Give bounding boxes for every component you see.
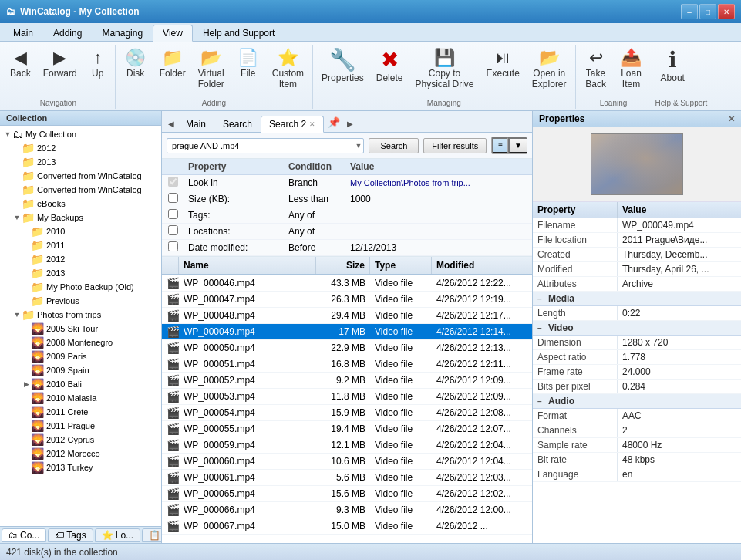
status-bar: 421 disk(s) in the collection <box>0 543 741 560</box>
search-tab-main[interactable]: Main <box>177 116 214 132</box>
file-row[interactable]: 🎬 WP_000067.mp4 15.0 MB Video file 4/26/… <box>162 518 532 535</box>
tree-item-2010-malasia[interactable]: 🌄 2010 Malasia <box>2 391 160 405</box>
ribbon-tab-main[interactable]: Main <box>3 25 43 41</box>
tree-item-previous[interactable]: 📁 Previous <box>2 294 160 308</box>
tree-item-2012b[interactable]: 📁 2012 <box>2 252 160 266</box>
close-button[interactable]: ✕ <box>718 4 735 19</box>
forward-button[interactable]: ▶ Forward <box>38 46 83 82</box>
file-row[interactable]: 🎬 WP_000060.mp4 10.6 MB Video file 4/26/… <box>162 454 532 470</box>
file-row[interactable]: 🎬 WP_000059.mp4 12.1 MB Video file 4/26/… <box>162 437 532 454</box>
open-in-explorer-button[interactable]: 📂 Open inExplorer <box>527 46 572 93</box>
execute-button[interactable]: ⏯ Execute <box>481 46 525 82</box>
file-row[interactable]: 🎬 WP_000066.mp4 9.3 MB Video file 4/26/2… <box>162 502 532 518</box>
file-row-size: 9.3 MB <box>316 503 370 517</box>
bottom-tab-co2[interactable]: 📋 Co... <box>142 528 161 542</box>
file-row[interactable]: 🎬 WP_000048.mp4 29.4 MB Video file 4/26/… <box>162 308 532 324</box>
take-back-button[interactable]: ↩ TakeBack <box>579 46 613 93</box>
search-button[interactable]: Search <box>369 138 419 153</box>
tree-item-photos-from-trips[interactable]: ▼ 📁 Photos from trips <box>2 308 160 322</box>
col-header-modified[interactable]: Modified <box>432 257 532 274</box>
tree-item-2013-turkey[interactable]: 🌄 2013 Turkey <box>2 460 160 474</box>
search-dropdown-arrow[interactable]: ▼ <box>355 142 362 150</box>
custom-item-button[interactable]: ⭐ CustomItem <box>267 46 309 93</box>
file-row[interactable]: 🎬 WP_000049.mp4 17 MB Video file 4/26/20… <box>162 324 532 340</box>
tree-item-2012-cyprus[interactable]: 🌄 2012 Cyprus <box>2 433 160 447</box>
tree-item-2009-spain[interactable]: 🌄 2009 Spain <box>2 363 160 377</box>
bottom-tab-co1[interactable]: 🗂 Co... <box>2 528 46 542</box>
file-row[interactable]: 🎬 WP_000047.mp4 26.3 MB Video file 4/26/… <box>162 292 532 308</box>
tree-item-2013b[interactable]: 📁 2013 <box>2 266 160 280</box>
tree-item-2011[interactable]: 📁 2011 <box>2 238 160 252</box>
tree-item-2010-bali[interactable]: ▶ 🌄 2010 Bali <box>2 377 160 391</box>
file-row[interactable]: 🎬 WP_000061.mp4 5.6 MB Video file 4/26/2… <box>162 470 532 486</box>
file-row[interactable]: 🎬 WP_000051.mp4 16.8 MB Video file 4/26/… <box>162 356 532 373</box>
bottom-tab-lo[interactable]: ⭐ Lo... <box>95 528 140 542</box>
col-header-type[interactable]: Type <box>370 257 432 274</box>
tree-item-2013a[interactable]: 📁 2013 <box>2 155 160 169</box>
tree-item-2009-paris[interactable]: 🌄 2009 Paris <box>2 349 160 363</box>
tree-arrow-my-backups[interactable]: ▼ <box>12 214 22 221</box>
filter-loc-checkbox[interactable] <box>168 225 178 235</box>
tree-item-2012a[interactable]: 📁 2012 <box>2 141 160 155</box>
ribbon-tab-view[interactable]: View <box>153 25 193 42</box>
filter-tags-checkbox[interactable] <box>168 209 178 219</box>
tree-item-ebooks[interactable]: 📁 eBooks <box>2 197 160 211</box>
ribbon-tab-managing[interactable]: Managing <box>92 25 153 41</box>
col-header-name[interactable]: Name <box>179 257 316 274</box>
tab-arrow-left[interactable]: ◀ <box>165 117 177 130</box>
section-collapse-button[interactable]: – <box>533 322 544 334</box>
view-options-button[interactable]: ▼ <box>508 137 527 153</box>
file-row[interactable]: 🎬 WP_000052.mp4 9.2 MB Video file 4/26/2… <box>162 373 532 389</box>
tree-item-2011-crete[interactable]: 🌄 2011 Crete <box>2 405 160 419</box>
delete-button[interactable]: ✖ Delete <box>371 46 409 86</box>
file-row[interactable]: 🎬 WP_000065.mp4 15.6 MB Video file 4/26/… <box>162 486 532 502</box>
copy-to-drive-button[interactable]: 💾 Copy toPhysical Drive <box>409 46 479 93</box>
file-row[interactable]: 🎬 WP_000055.mp4 19.4 MB Video file 4/26/… <box>162 421 532 437</box>
tree-arrow-photos-from-trips[interactable]: ▼ <box>12 311 22 319</box>
tree-item-2011-prague[interactable]: 🌄 2011 Prague <box>2 419 160 433</box>
tree-item-2005-ski[interactable]: 🌄 2005 Ski Tour <box>2 322 160 336</box>
tree-item-converted1[interactable]: 📁 Converted from WinCatalog <box>2 169 160 183</box>
tree-item-my-collection[interactable]: ▼ 🗂 My Collection <box>2 127 160 141</box>
file-button[interactable]: 📄 File <box>231 46 265 82</box>
tree-item-converted2[interactable]: 📁 Converted from WinCatalog <box>2 183 160 197</box>
search-tab-search2-close[interactable]: ✕ <box>309 120 315 128</box>
file-row[interactable]: 🎬 WP_000046.mp4 43.3 MB Video file 4/26/… <box>162 275 532 292</box>
tree-item-my-backups[interactable]: ▼ 📁 My Backups <box>2 211 160 224</box>
filter-results-button[interactable]: Filter results <box>423 138 487 153</box>
loan-item-button[interactable]: 📤 LoanItem <box>615 46 648 93</box>
filter-date-checkbox[interactable] <box>168 241 178 251</box>
restore-button[interactable]: □ <box>699 4 716 19</box>
tree-item-2012-morocco[interactable]: 🌄 2012 Morocco <box>2 447 160 460</box>
properties-button[interactable]: 🔧 Properties <box>316 46 369 86</box>
col-header-size[interactable]: Size <box>316 257 370 274</box>
properties-close-button[interactable]: ✕ <box>728 114 735 124</box>
about-button[interactable]: ℹ About <box>655 46 690 86</box>
file-row[interactable]: 🎬 WP_000054.mp4 15.9 MB Video file 4/26/… <box>162 405 532 421</box>
file-row[interactable]: 🎬 WP_000053.mp4 11.8 MB Video file 4/26/… <box>162 389 532 405</box>
minimize-button[interactable]: – <box>681 4 698 19</box>
folder-button[interactable]: 📁 Folder <box>154 46 191 82</box>
view-details-button[interactable]: ≡ <box>492 137 508 153</box>
bottom-tab-tags[interactable]: 🏷 Tags <box>48 528 93 542</box>
tree-arrow-my-collection[interactable]: ▼ <box>3 130 12 138</box>
filter-look-in-checkbox[interactable] <box>168 177 178 187</box>
search-input[interactable] <box>167 138 364 153</box>
tab-pin[interactable]: 📌 <box>324 114 344 130</box>
tree-item-my-photo-backup[interactable]: 📁 My Photo Backup (Old) <box>2 280 160 294</box>
virtual-folder-button[interactable]: 📂 VirtualFolder <box>193 46 230 93</box>
section-collapse-button[interactable]: – <box>533 293 544 305</box>
tree-item-2010[interactable]: 📁 2010 <box>2 224 160 238</box>
section-collapse-button[interactable]: – <box>533 396 544 407</box>
tree-item-2008-mont[interactable]: 🌄 2008 Montenegro <box>2 336 160 349</box>
filter-size-checkbox[interactable] <box>168 193 178 203</box>
search-tab-search[interactable]: Search <box>214 116 261 132</box>
disk-button[interactable]: 💿 Disk <box>119 46 153 82</box>
up-button[interactable]: ↑ Up <box>84 46 112 82</box>
search-tab-search2[interactable]: Search 2 ✕ <box>261 116 324 133</box>
ribbon-tab-adding[interactable]: Adding <box>43 25 92 41</box>
back-button[interactable]: ◀ Back <box>5 46 36 82</box>
file-row[interactable]: 🎬 WP_000050.mp4 22.9 MB Video file 4/26/… <box>162 340 532 356</box>
ribbon-tab-help[interactable]: Help and Support <box>193 25 285 41</box>
tab-arrow-right[interactable]: ▶ <box>344 117 356 130</box>
